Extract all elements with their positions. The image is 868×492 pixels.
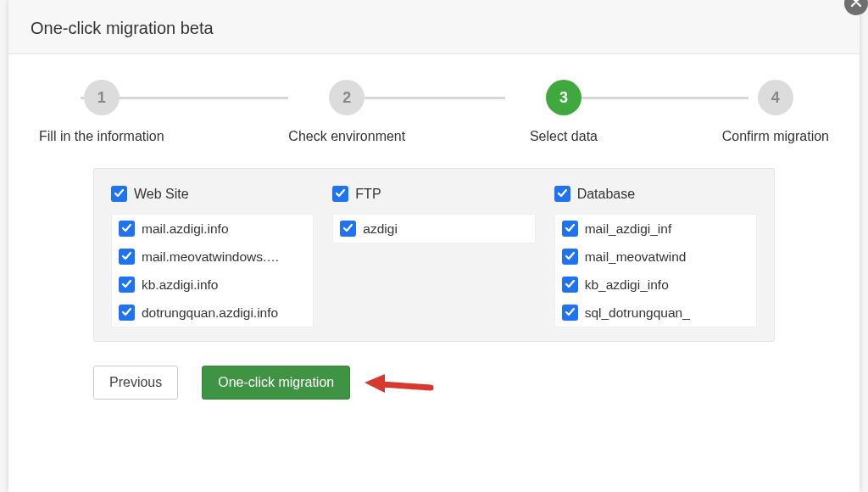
step-number: 4 [758,80,793,115]
item-label: mail.meovatwindows.… [142,249,280,265]
list-item: dotrungquan.azdigi.info [112,299,313,327]
step-2: 2 Check environment [288,80,405,144]
item-label: mail_azdigi_inf [585,221,672,237]
step-number: 1 [84,80,120,115]
check-icon [121,249,132,265]
database-column: Database mail_azdigi_inf mail_meovatwind… [554,186,757,327]
migration-modal: One-click migration beta 1 Fill in the i… [8,0,860,492]
select-data-panel: Web Site mail.azdigi.info mail.meovatwin… [93,168,775,342]
column-title: Database [577,187,636,202]
list-item: mail_azdigi_inf [555,215,756,243]
item-checkbox[interactable] [562,305,578,321]
list-item: kb.azdigi.info [112,271,313,299]
item-label: kb.azdigi.info [142,277,218,293]
check-icon [114,187,125,202]
website-items: mail.azdigi.info mail.meovatwindows.… kb… [111,214,314,327]
step-number: 3 [546,80,581,115]
item-checkbox[interactable] [562,221,578,237]
arrow-annotation-icon [364,374,432,405]
item-label: mail.azdigi.info [142,221,229,237]
previous-button[interactable]: Previous [93,366,178,400]
ftp-header: FTP [332,186,535,202]
item-checkbox[interactable] [340,221,356,237]
item-checkbox[interactable] [562,249,578,265]
item-label: dotrungquan.azdigi.info [142,305,278,321]
check-icon [121,221,132,237]
item-checkbox[interactable] [119,305,135,321]
list-item: mail.azdigi.info [112,215,313,243]
stepper: 1 Fill in the information 2 Check enviro… [8,80,860,144]
step-1: 1 Fill in the information [39,80,164,144]
modal-body: 1 Fill in the information 2 Check enviro… [8,54,860,417]
ftp-checkbox-all[interactable] [332,186,348,202]
check-icon [565,249,576,265]
item-checkbox[interactable] [119,277,135,293]
step-label: Select data [530,129,598,144]
website-checkbox-all[interactable] [111,186,127,202]
check-icon [557,187,568,202]
list-item: mail.meovatwindows.… [112,243,313,271]
check-icon [565,277,576,293]
database-header: Database [554,186,757,202]
check-icon [121,305,132,321]
list-item: mail_meovatwind [555,243,756,271]
website-column: Web Site mail.azdigi.info mail.meovatwin… [111,186,314,327]
list-item: azdigi [333,215,534,243]
ftp-items: azdigi [332,214,535,243]
item-label: kb_azdigi_info [585,277,669,293]
database-checkbox-all[interactable] [554,186,570,202]
close-icon [850,0,862,11]
list-item: sql_dotrungquan_ [555,299,756,327]
list-item: kb_azdigi_info [555,271,756,299]
modal-header: One-click migration beta [8,0,860,54]
step-label: Confirm migration [722,129,829,144]
check-icon [121,277,132,293]
step-label: Check environment [288,129,405,144]
footer-buttons: Previous One-click migration [8,366,860,400]
item-label: sql_dotrungquan_ [585,305,690,321]
svg-line-0 [381,384,431,388]
column-title: Web Site [134,187,189,202]
item-label: mail_meovatwind [585,249,687,265]
button-label: One-click migration [218,375,334,390]
item-label: azdigi [363,221,398,237]
check-icon [565,305,576,321]
item-checkbox[interactable] [119,249,135,265]
ftp-column: FTP azdigi [332,186,535,327]
button-label: Previous [109,375,162,390]
database-items: mail_azdigi_inf mail_meovatwind kb_azdig… [554,214,757,327]
step-3: 3 Select data [530,80,598,144]
svg-marker-1 [364,374,385,393]
step-number: 2 [329,80,364,115]
website-header: Web Site [111,186,314,202]
step-4: 4 Confirm migration [722,80,829,144]
one-click-migration-button[interactable]: One-click migration [202,366,350,400]
step-label: Fill in the information [39,129,164,144]
check-icon [335,187,346,202]
item-checkbox[interactable] [562,277,578,293]
item-checkbox[interactable] [119,221,135,237]
check-icon [342,221,353,237]
modal-title: One-click migration beta [31,19,837,38]
column-title: FTP [355,187,381,202]
check-icon [565,221,576,237]
